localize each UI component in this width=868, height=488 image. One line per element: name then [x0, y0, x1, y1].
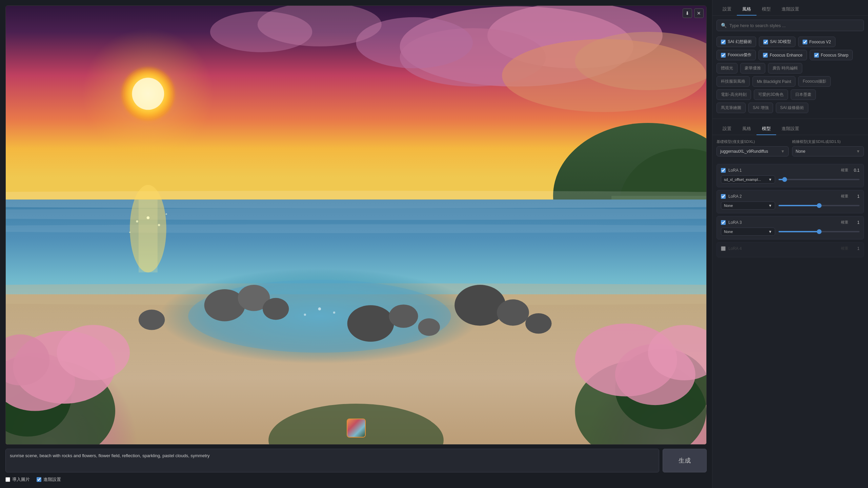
bottom-bar: 導入圖片 進階設置 — [5, 476, 707, 483]
svg-point-52 — [166, 213, 167, 215]
style-fooocus-photo[interactable]: Fooocus攝影 — [798, 76, 831, 87]
lora-1-chevron: ▼ — [768, 177, 772, 182]
svg-point-18 — [6, 224, 706, 233]
styles-grid: SAI 幻想藝術 SAI 3D模型 Fooocus V2 Fooocus傑作 F… — [712, 35, 868, 117]
tab-settings-model[interactable]: 設置 — [717, 123, 737, 135]
base-model-select[interactable]: juggernautXL_v9Rundiffus ▼ — [716, 146, 789, 156]
advanced-settings-input[interactable] — [37, 477, 41, 482]
style-sai-fantasy[interactable]: SAI 幻想藝術 — [716, 37, 756, 47]
lora-item-4: LoRA 4 權重 1 — [716, 242, 864, 257]
style-fooocus-enhance[interactable]: Fooocus Enhance — [759, 50, 807, 60]
tab-model-top[interactable]: 模型 — [756, 3, 776, 16]
lora-3-model-value: None — [724, 230, 733, 234]
search-bar: 🔍 — [716, 20, 864, 31]
styles-row-3: 體積光 豪華優雅 廣告 時尚編輯 — [716, 63, 864, 73]
search-icon: 🔍 — [721, 23, 727, 28]
style-cinematic[interactable]: 電影-高光時刻 — [716, 89, 751, 100]
beach-scene — [6, 6, 706, 444]
style-sai-3d[interactable]: SAI 3D模型 — [759, 37, 795, 47]
lora-1-checkbox[interactable] — [721, 168, 726, 173]
import-image-checkbox[interactable]: 導入圖片 — [5, 476, 30, 483]
style-blacklight[interactable]: Mk Blacklight Paint — [752, 76, 795, 87]
lora-1-slider-wrap — [779, 176, 860, 183]
lora-2-header: LoRA 2 權重 1 — [721, 194, 860, 199]
lora-3-slider[interactable] — [779, 231, 860, 232]
base-model-label: 基礎模型(僅支援SDXL) — [716, 139, 789, 144]
advanced-settings-checkbox[interactable]: 進階設置 — [37, 476, 61, 483]
style-marker[interactable]: 馬克筆繪圖 — [716, 103, 746, 113]
main-area: ⬇ ✕ — [0, 0, 712, 488]
tab-advanced-top[interactable]: 進階設置 — [776, 3, 805, 16]
refine-model-label: 精煉模型(支援SDXL或SD1.5) — [792, 139, 864, 144]
style-fooocus-v2[interactable]: Fooocus V2 — [798, 37, 835, 47]
import-image-input[interactable] — [5, 477, 10, 482]
download-button[interactable]: ⬇ — [683, 8, 692, 18]
close-icon: ✕ — [697, 10, 701, 16]
tab-style-model[interactable]: 風格 — [737, 123, 756, 135]
lora-1-weight-label: 權重 — [841, 168, 848, 173]
svg-point-3 — [132, 78, 164, 110]
generate-button[interactable]: 生成 — [663, 449, 707, 472]
lora-2-bottom: None ▼ — [721, 201, 860, 210]
styles-row-2: Fooocus傑作 Fooocus Enhance Fooocus Sharp — [716, 50, 864, 60]
base-model-chevron: ▼ — [781, 149, 785, 154]
lora-1-bottom: sd_xl_offset_exampl... ▼ — [721, 175, 860, 184]
lora-2-checkbox[interactable] — [721, 194, 726, 199]
style-fooocus-sharp[interactable]: Fooocus Sharp — [810, 50, 853, 60]
lora-4-title: LoRA 4 — [728, 246, 838, 251]
lora-3-weight-value: 1 — [851, 220, 860, 225]
style-ad-fashion[interactable]: 廣告 時尚編輯 — [768, 63, 802, 73]
prompt-area: sunrise scene, beach with rocks and flow… — [5, 449, 707, 472]
svg-point-53 — [129, 232, 130, 233]
model-section: 基礎模型(僅支援SDXL) juggernautXL_v9Rundiffus ▼… — [712, 135, 868, 164]
search-input[interactable] — [729, 23, 860, 28]
svg-point-27 — [263, 298, 289, 320]
lora-item-2: LoRA 2 權重 1 None ▼ — [716, 190, 864, 213]
lora-3-chevron: ▼ — [768, 230, 772, 234]
lora-3-weight-label: 權重 — [841, 220, 848, 225]
svg-point-51 — [136, 220, 138, 222]
lora-4-header: LoRA 4 權重 1 — [721, 246, 860, 251]
style-tech-fashion[interactable]: 科技服裝風格 — [716, 76, 750, 87]
prompt-input[interactable]: sunrise scene, beach with rocks and flow… — [5, 449, 659, 472]
image-top-bar: ⬇ ✕ — [683, 8, 704, 18]
svg-point-50 — [158, 224, 160, 226]
top-tabs-bar: 設置 風格 模型 進階設置 — [712, 0, 868, 16]
style-sai-lineart[interactable]: SAI 線條藝術 — [776, 103, 809, 113]
lora-2-chevron: ▼ — [768, 204, 772, 208]
lora-4-checkbox[interactable] — [721, 246, 726, 251]
lora-2-model-select[interactable]: None ▼ — [721, 201, 775, 210]
lora-2-weight-label: 權重 — [841, 194, 848, 199]
model-row: 基礎模型(僅支援SDXL) juggernautXL_v9Rundiffus ▼… — [716, 139, 864, 156]
style-sai-enhance[interactable]: SAI 增強 — [748, 103, 773, 113]
thumbnail-image[interactable] — [347, 419, 366, 438]
lora-1-model-value: sd_xl_offset_exampl... — [724, 177, 761, 182]
lora-3-model-select[interactable]: None ▼ — [721, 228, 775, 236]
style-luxury[interactable]: 豪華優雅 — [740, 63, 765, 73]
svg-point-49 — [147, 216, 150, 219]
lora-1-slider[interactable] — [779, 179, 860, 180]
svg-point-56 — [304, 314, 306, 316]
svg-point-34 — [525, 313, 552, 334]
svg-point-29 — [389, 304, 418, 328]
styles-row-6: 馬克筆繪圖 SAI 增強 SAI 線條藝術 — [716, 103, 864, 113]
svg-point-30 — [418, 318, 440, 336]
tab-style-top[interactable]: 風格 — [737, 3, 756, 16]
style-japanese-ink[interactable]: 日本墨畫 — [791, 89, 816, 100]
style-cute-3d[interactable]: 可愛的3D角色 — [754, 89, 788, 100]
style-volumetric[interactable]: 體積光 — [716, 63, 738, 73]
tab-model-model[interactable]: 模型 — [756, 123, 776, 135]
svg-point-54 — [318, 307, 321, 311]
refine-model-select[interactable]: None ▼ — [792, 146, 864, 156]
svg-point-28 — [347, 305, 394, 342]
base-model-col: 基礎模型(僅支援SDXL) juggernautXL_v9Rundiffus ▼ — [716, 139, 789, 156]
style-fooocus-masterpiece[interactable]: Fooocus傑作 — [716, 50, 756, 60]
close-button[interactable]: ✕ — [694, 8, 704, 18]
lora-3-checkbox[interactable] — [721, 220, 726, 225]
lora-2-slider[interactable] — [779, 205, 860, 206]
download-icon: ⬇ — [685, 10, 689, 16]
tab-settings-top[interactable]: 設置 — [717, 3, 737, 16]
tab-advanced-model[interactable]: 進階設置 — [776, 123, 805, 135]
lora-2-title: LoRA 2 — [728, 194, 838, 199]
lora-1-model-select[interactable]: sd_xl_offset_exampl... ▼ — [721, 175, 775, 184]
